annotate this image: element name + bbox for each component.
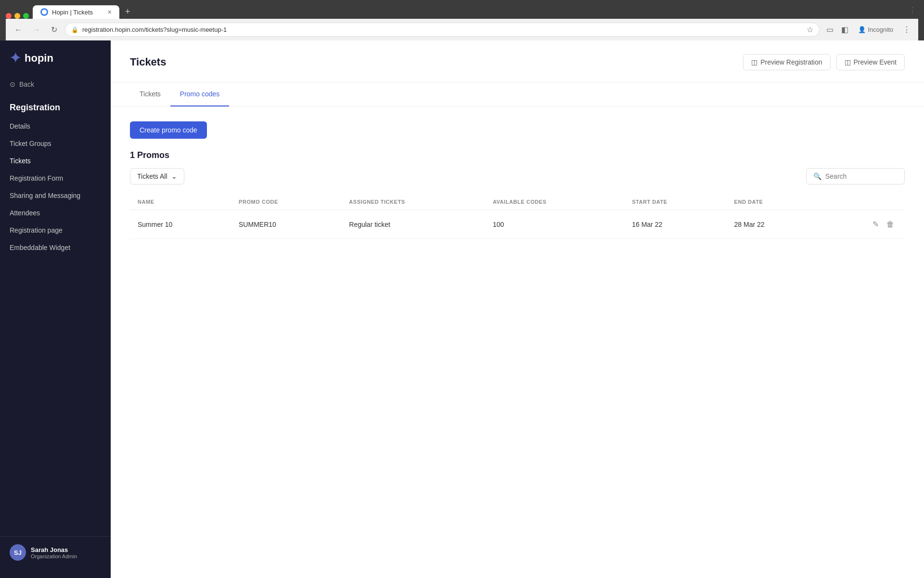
sidebar-item-label: Attendees (10, 209, 40, 217)
sidebar-item-label: Sharing and Messaging (10, 192, 80, 199)
app-container: ✦ hopin ⊙ Back Registration Details Tick… (0, 40, 924, 578)
tab-promo-codes-label: Promo codes (180, 90, 219, 98)
sidebar-item-label: Embeddable Widget (10, 244, 70, 251)
sidebar-item-attendees[interactable]: Attendees (0, 204, 111, 222)
row-actions: ✎ 🗑 (819, 210, 905, 239)
external-link-icon-2: ◫ (845, 58, 851, 66)
tab-tickets-label: Tickets (140, 90, 161, 98)
sidebar-logo: ✦ hopin (0, 50, 111, 76)
row-promo-code: SUMMER10 (231, 210, 341, 239)
sidebar-item-label: Registration page (10, 226, 63, 234)
tab-favicon (40, 8, 48, 16)
sidebar-item-embeddable-widget[interactable]: Embeddable Widget (0, 239, 111, 256)
promos-count: 1 Promos (130, 150, 905, 160)
search-box: 🔍 (806, 168, 905, 184)
sidebar-section-title: Registration (0, 93, 111, 118)
filter-label: Tickets All (137, 172, 167, 180)
row-end-date: 28 Mar 22 (727, 210, 819, 239)
sidebar-item-label: Tickets (10, 157, 31, 165)
maximize-window-button[interactable] (23, 13, 29, 19)
sidebar-footer: SJ Sarah Jonas Organization Admin (0, 536, 111, 568)
profile-button[interactable]: 👤 Incognito (854, 24, 897, 35)
browser-menu-button[interactable]: ⋮ (907, 4, 918, 17)
browser-tab[interactable]: Hopin | Tickets × (33, 5, 119, 19)
profile-icon: 👤 (858, 26, 866, 33)
sidebar-item-registration-page[interactable]: Registration page (0, 222, 111, 239)
sidebar-item-label: Details (10, 122, 30, 130)
edit-promo-code-button[interactable]: ✎ (870, 218, 882, 231)
new-tab-button[interactable]: + (121, 5, 134, 19)
forward-button[interactable]: → (30, 24, 43, 36)
row-name: Summer 10 (130, 210, 231, 239)
table-row: Summer 10 SUMMER10 Regular ticket 100 16… (130, 210, 905, 239)
minimize-window-button[interactable] (14, 13, 20, 19)
col-assigned-tickets: ASSIGNED TICKETS (341, 194, 485, 210)
tab-tickets[interactable]: Tickets (130, 82, 170, 106)
preview-registration-label: Preview Registration (760, 58, 822, 66)
tab-promo-codes[interactable]: Promo codes (170, 82, 229, 106)
page-header: Tickets ◫ Preview Registration ◫ Preview… (111, 40, 924, 82)
col-start-date: START DATE (624, 194, 726, 210)
user-role: Organization Admin (31, 553, 77, 559)
col-promo-code: PROMO CODE (231, 194, 341, 210)
actions-cell: ✎ 🗑 (826, 218, 897, 231)
sidebar-item-sharing-and-messaging[interactable]: Sharing and Messaging (0, 187, 111, 204)
extensions-button[interactable]: ▭ (824, 23, 835, 36)
traffic-lights (6, 13, 29, 19)
row-start-date: 16 Mar 22 (624, 210, 726, 239)
row-assigned-tickets: Regular ticket (341, 210, 485, 239)
col-actions (819, 194, 905, 210)
preview-event-button[interactable]: ◫ Preview Event (836, 54, 905, 70)
browser-tabs: Hopin | Tickets × + ⋮ (6, 4, 918, 19)
col-end-date: END DATE (727, 194, 819, 210)
bookmark-button[interactable]: ☆ (807, 25, 813, 34)
content-area: Create promo code 1 Promos Tickets All ⌄… (111, 107, 924, 253)
col-available-codes: AVAILABLE CODES (485, 194, 624, 210)
chevron-down-icon: ⌄ (171, 172, 177, 180)
back-label: Back (19, 80, 34, 88)
user-name: Sarah Jonas (31, 546, 77, 553)
sidebar-back-button[interactable]: ⊙ Back (0, 76, 111, 93)
preview-registration-button[interactable]: ◫ Preview Registration (743, 54, 830, 70)
back-circle-icon: ⊙ (10, 80, 15, 88)
hopin-logo-icon: ✦ (10, 50, 21, 66)
sidebar: ✦ hopin ⊙ Back Registration Details Tick… (0, 40, 111, 578)
user-avatar: SJ (10, 544, 26, 561)
header-actions: ◫ Preview Registration ◫ Preview Event (743, 54, 905, 70)
table-header: NAME PROMO CODE ASSIGNED TICKETS AVAILAB… (130, 194, 905, 210)
tickets-filter-dropdown[interactable]: Tickets All ⌄ (130, 168, 184, 184)
sidebar-item-tickets[interactable]: Tickets (0, 152, 111, 170)
search-input[interactable] (825, 172, 898, 180)
tab-title: Hopin | Tickets (52, 9, 93, 16)
back-button[interactable]: ← (12, 24, 25, 36)
sidebar-item-label: Ticket Groups (10, 140, 51, 147)
sidebar-logo-text: hopin (25, 52, 53, 65)
sidebar-item-label: Registration Form (10, 174, 63, 182)
browser-chrome: Hopin | Tickets × + ⋮ ← → ↻ 🔒 registrati… (0, 0, 924, 40)
svg-point-0 (42, 10, 47, 14)
tabs-bar: Tickets Promo codes (111, 82, 924, 107)
address-text: registration.hopin.com/tickets?slug=musi… (82, 26, 803, 33)
row-available-codes: 100 (485, 210, 624, 239)
page-title: Tickets (130, 56, 166, 68)
col-name: NAME (130, 194, 231, 210)
sidebar-item-registration-form[interactable]: Registration Form (0, 170, 111, 187)
search-icon: 🔍 (813, 172, 821, 180)
browser-more-button[interactable]: ⋮ (901, 23, 912, 36)
reload-button[interactable]: ↻ (48, 23, 60, 36)
browser-right-actions: ▭ ◧ 👤 Incognito ⋮ (824, 23, 912, 36)
sidebar-item-ticket-groups[interactable]: Ticket Groups (0, 135, 111, 152)
address-bar[interactable]: 🔒 registration.hopin.com/tickets?slug=mu… (65, 23, 820, 37)
preview-event-label: Preview Event (854, 58, 897, 66)
browser-controls: ← → ↻ 🔒 registration.hopin.com/tickets?s… (6, 19, 918, 40)
user-info: Sarah Jonas Organization Admin (31, 546, 77, 559)
delete-promo-code-button[interactable]: 🗑 (884, 218, 897, 231)
promo-table: NAME PROMO CODE ASSIGNED TICKETS AVAILAB… (130, 194, 905, 239)
tab-close-button[interactable]: × (108, 8, 112, 16)
filter-row: Tickets All ⌄ 🔍 (130, 168, 905, 184)
sidebar-item-details[interactable]: Details (0, 118, 111, 135)
profile-label: Incognito (868, 26, 893, 33)
create-promo-code-button[interactable]: Create promo code (130, 121, 207, 139)
close-window-button[interactable] (6, 13, 12, 19)
split-view-button[interactable]: ◧ (839, 23, 850, 36)
